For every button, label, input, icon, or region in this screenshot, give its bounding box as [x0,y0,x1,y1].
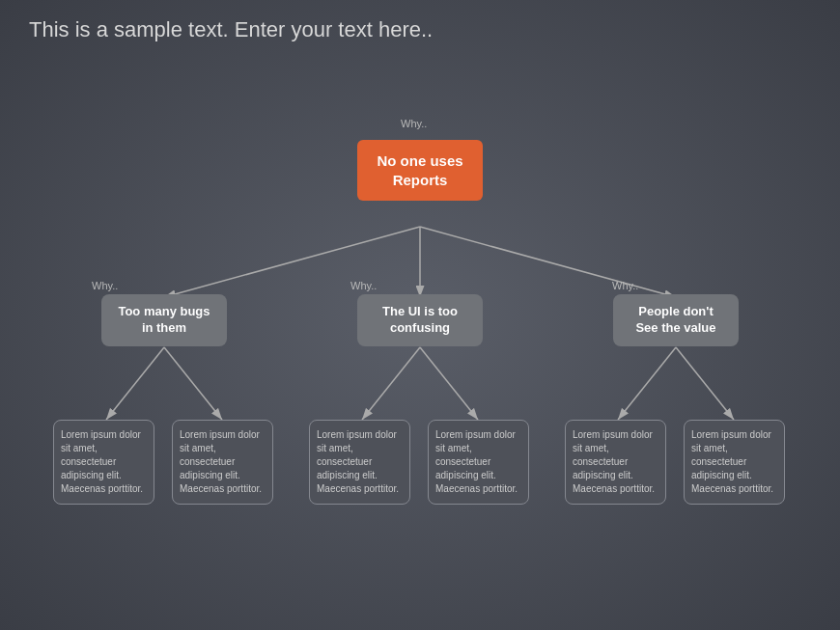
level2-center-node: The UI is too confusing [357,294,483,346]
page-title: This is a sample text. Enter your text h… [0,0,840,52]
svg-line-5 [164,347,222,420]
root-why-label: Why.. [401,118,427,129]
center-why-label: Why.. [350,280,377,291]
leaf-left-left: Lorem ipsum dolor sit amet, consectetuer… [53,420,154,505]
leaf-left-right: Lorem ipsum dolor sit amet, consectetuer… [172,420,273,505]
left-why-label: Why.. [92,280,118,291]
leaf-center-left: Lorem ipsum dolor sit amet, consectetuer… [309,420,410,505]
svg-line-7 [420,347,478,420]
svg-line-1 [164,227,420,297]
svg-line-9 [676,347,734,420]
svg-line-4 [106,347,164,420]
diagram-area: Why.. No one uses Reports Why.. Too many… [0,58,840,630]
svg-line-6 [362,347,420,420]
leaf-center-right: Lorem ipsum dolor sit amet, consectetuer… [428,420,529,505]
level2-right-node: People don't See the value [613,294,739,346]
leaf-right-left: Lorem ipsum dolor sit amet, consectetuer… [565,420,666,505]
root-node: No one uses Reports [357,140,483,201]
level2-left-node: Too many bugs in them [101,294,227,346]
right-why-label: Why.. [612,280,638,291]
svg-line-8 [618,347,676,420]
leaf-right-right: Lorem ipsum dolor sit amet, consectetuer… [684,420,785,505]
